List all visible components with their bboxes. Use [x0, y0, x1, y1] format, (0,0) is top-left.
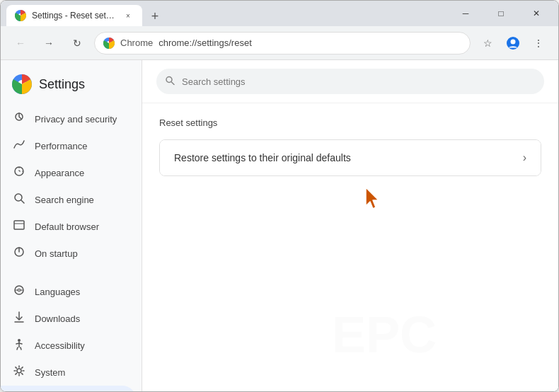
watermark: EPC: [332, 306, 544, 363]
languages-icon: [12, 284, 26, 299]
browser-window: Settings - Reset settings × + ─ □ ✕ ← → …: [0, 0, 559, 392]
downloads-icon: [12, 311, 26, 326]
sidebar-item-search[interactable]: Search engine: [1, 186, 136, 213]
reload-button[interactable]: ↻: [66, 32, 88, 54]
sidebar-label-accessibility: Accessibility: [35, 340, 85, 351]
tab-title: Settings - Reset settings: [32, 11, 117, 21]
bookmark-button[interactable]: ☆: [476, 32, 499, 54]
url-prefix: Chrome: [120, 38, 153, 48]
sidebar-label-system: System: [35, 367, 65, 378]
url-bar[interactable]: Chrome chrome://settings/reset: [94, 32, 471, 54]
privacy-icon: [12, 111, 26, 127]
menu-button[interactable]: ⋮: [527, 32, 550, 54]
sidebar-item-default-browser[interactable]: Default browser: [1, 213, 136, 240]
sidebar-item-accessibility[interactable]: Accessibility: [1, 332, 136, 359]
search-bar-wrapper: [156, 69, 544, 94]
back-button[interactable]: ←: [9, 32, 32, 54]
system-icon: [12, 364, 26, 380]
profile-icon: [507, 37, 519, 50]
sidebar-item-appearance[interactable]: Appearance: [1, 159, 136, 186]
svg-rect-12: [14, 221, 24, 229]
sidebar-item-performance[interactable]: Performance: [1, 132, 136, 159]
sidebar-label-search: Search engine: [35, 195, 94, 205]
sidebar-item-privacy[interactable]: Privacy and security: [1, 105, 136, 132]
url-text: chrome://settings/reset: [159, 38, 252, 48]
title-bar: Settings - Reset settings × + ─ □ ✕: [1, 1, 558, 26]
sidebar-label-appearance: Appearance: [35, 168, 84, 178]
search-input[interactable]: [156, 69, 544, 94]
restore-defaults-row[interactable]: Restore settings to their original defau…: [160, 140, 541, 175]
new-tab-button[interactable]: +: [145, 6, 165, 26]
section-title: Reset settings: [159, 117, 541, 128]
default-browser-icon: [12, 219, 26, 234]
svg-line-29: [172, 82, 175, 85]
svg-point-20: [18, 339, 21, 342]
url-actions: ☆ ⋮: [476, 32, 550, 54]
settings-card: Restore settings to their original defau…: [159, 139, 541, 176]
sidebar-label-privacy: Privacy and security: [35, 114, 117, 125]
settings-logo: [12, 74, 32, 94]
search-container: [142, 60, 558, 103]
search-engine-icon: [12, 192, 26, 207]
forward-button[interactable]: →: [38, 32, 60, 54]
restore-defaults-label: Restore settings to their original defau…: [174, 152, 523, 163]
content-area: Reset settings Restore settings to their…: [142, 60, 558, 391]
svg-point-28: [166, 77, 172, 83]
address-bar: ← → ↻ Chrome chrome://settings/reset ☆: [1, 26, 558, 60]
sidebar-header: Settings: [1, 66, 142, 103]
svg-point-24: [17, 369, 21, 373]
sidebar-label-languages: Languages: [35, 287, 80, 297]
active-tab[interactable]: Settings - Reset settings ×: [6, 5, 142, 26]
close-button[interactable]: ✕: [520, 3, 553, 24]
sidebar-label-on-startup: On startup: [35, 248, 78, 259]
search-icon: [165, 76, 175, 88]
sidebar-item-downloads[interactable]: Downloads: [1, 305, 136, 332]
svg-line-23: [21, 347, 21, 350]
on-startup-icon: [12, 246, 26, 261]
appearance-icon: [12, 165, 26, 180]
site-icon: [103, 38, 115, 49]
svg-line-22: [17, 347, 18, 350]
maximize-button[interactable]: □: [485, 3, 517, 24]
sidebar-label-downloads: Downloads: [35, 313, 80, 324]
sidebar-label-default-browser: Default browser: [35, 221, 99, 232]
sidebar-item-reset-settings[interactable]: Reset settings: [1, 386, 136, 391]
minimize-button[interactable]: ─: [449, 3, 482, 24]
svg-line-11: [21, 200, 24, 203]
cursor-indicator: [362, 186, 384, 214]
svg-point-5: [511, 39, 516, 44]
tab-favicon: [15, 10, 26, 21]
profile-button[interactable]: [502, 32, 524, 54]
svg-text:EPC: EPC: [332, 306, 437, 363]
sidebar-title: Settings: [39, 77, 85, 92]
content-body: Reset settings Restore settings to their…: [142, 103, 558, 190]
tab-close-button[interactable]: ×: [122, 10, 134, 21]
main-content: Settings Privacy and security: [1, 60, 558, 391]
sidebar: Settings Privacy and security: [1, 60, 142, 391]
window-controls: ─ □ ✕: [449, 3, 553, 24]
sidebar-item-languages[interactable]: Languages: [1, 278, 136, 305]
restore-defaults-arrow: ›: [523, 151, 526, 164]
performance-icon: [12, 138, 26, 154]
tab-bar: Settings - Reset settings × +: [6, 1, 446, 26]
accessibility-icon: [12, 338, 26, 353]
sidebar-item-on-startup[interactable]: On startup: [1, 240, 136, 267]
sidebar-label-performance: Performance: [35, 141, 87, 151]
sidebar-item-system[interactable]: System: [1, 359, 136, 386]
